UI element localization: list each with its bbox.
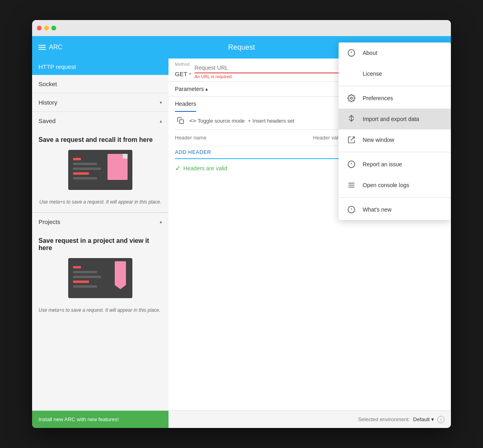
whats-new-label: What's new bbox=[363, 206, 392, 213]
minimize-button[interactable] bbox=[44, 26, 49, 30]
import-export-label: Import and export data bbox=[363, 116, 419, 122]
new-window-label: New window bbox=[363, 137, 394, 143]
menu-item-import-export[interactable]: Import and export data bbox=[339, 109, 451, 129]
traffic-lights bbox=[37, 26, 56, 30]
close-button[interactable] bbox=[37, 26, 42, 30]
menu-divider-1 bbox=[339, 86, 451, 86]
titlebar bbox=[32, 20, 451, 36]
preferences-label: Preferences bbox=[363, 95, 393, 101]
open-console-label: Open console logs bbox=[363, 182, 409, 188]
report-issue-label: Report an issue bbox=[363, 161, 402, 167]
new-window-icon bbox=[347, 135, 356, 145]
import-export-icon bbox=[347, 114, 356, 124]
report-issue-icon bbox=[347, 159, 356, 169]
console-icon bbox=[347, 180, 356, 190]
svg-point-4 bbox=[351, 97, 353, 99]
dropdown-menu: About License Preferences bbox=[339, 42, 451, 220]
about-icon bbox=[347, 48, 356, 58]
menu-item-license[interactable]: License bbox=[339, 63, 451, 84]
preferences-icon bbox=[347, 93, 356, 103]
menu-item-new-window[interactable]: New window bbox=[339, 129, 451, 150]
whats-new-icon bbox=[347, 205, 356, 214]
app-window: ARC Request HTTP request Socket History … bbox=[32, 20, 451, 428]
menu-item-about[interactable]: About bbox=[339, 42, 451, 63]
license-label: License bbox=[363, 71, 382, 77]
menu-item-report-issue[interactable]: Report an issue bbox=[339, 154, 451, 175]
menu-item-open-console[interactable]: Open console logs bbox=[339, 175, 451, 196]
license-icon bbox=[347, 69, 356, 79]
about-label: About bbox=[363, 50, 377, 56]
menu-divider-3 bbox=[339, 197, 451, 198]
menu-item-preferences[interactable]: Preferences bbox=[339, 88, 451, 109]
menu-item-whats-new[interactable]: What's new bbox=[339, 199, 451, 220]
maximize-button[interactable] bbox=[51, 26, 56, 30]
menu-divider-2 bbox=[339, 152, 451, 152]
